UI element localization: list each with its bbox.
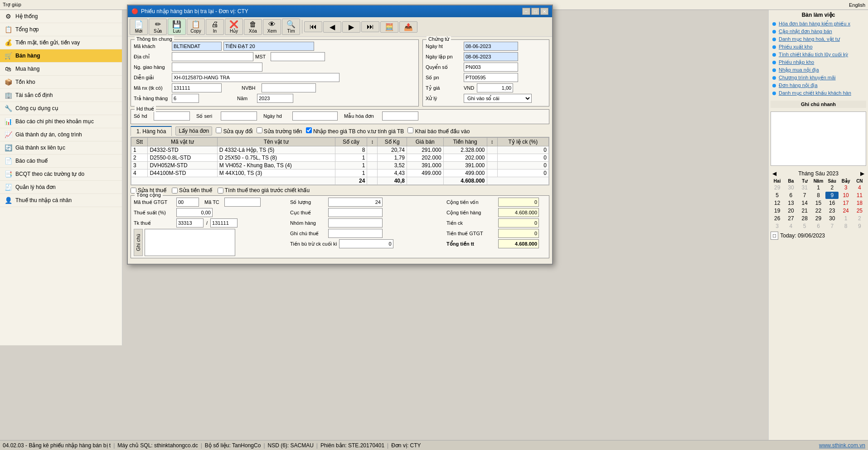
right-panel-item-1[interactable]: Cập nhật đơn hàng bán <box>771 28 866 35</box>
right-panel-item-3[interactable]: Phiếu xuất kho <box>771 43 866 51</box>
sidebar-item-bao-cao-thue[interactable]: 📄 Báo cáo thuế <box>0 155 122 168</box>
btn-nav-last[interactable]: ⏭ <box>361 21 379 32</box>
sidebar-item-thue-tncn[interactable]: 👤 Thuế thu nhập cá nhân <box>0 194 122 207</box>
btn-nav-first[interactable]: ⏮ <box>304 21 322 32</box>
cal-day-4[interactable]: 4 <box>853 184 866 191</box>
sidebar-item-tong-hop[interactable]: 📋 Tổng hợp <box>0 23 122 36</box>
ng-giao-hang-input[interactable] <box>172 63 262 72</box>
so-luong-input[interactable] <box>328 198 383 207</box>
cal-day-14[interactable]: 14 <box>798 199 811 207</box>
ma-tc-input[interactable] <box>224 198 261 207</box>
right-panel-item-9[interactable]: Danh mục chiết khấu khách hàn <box>771 89 866 97</box>
cal-day-1[interactable]: 1 <box>812 184 825 191</box>
checkbox-sua-truong-tien[interactable]: Sửa trường tiền <box>257 127 302 135</box>
nam-input[interactable] <box>257 94 293 103</box>
cal-day-13[interactable]: 13 <box>784 199 797 207</box>
mau-hoa-don-input[interactable] <box>382 111 418 121</box>
so-seri-input[interactable] <box>221 111 257 121</box>
cal-day-9-next[interactable]: 9 <box>853 223 866 230</box>
cal-day-9[interactable]: 9 <box>825 192 839 199</box>
sidebar-item-ban-hang[interactable]: 🛒 Bán hàng <box>0 49 122 63</box>
so-pn-input[interactable] <box>464 73 518 82</box>
tong-tien-tt-input[interactable] <box>498 239 539 248</box>
right-panel-item-8[interactable]: Đơn hàng nội địa <box>771 82 866 89</box>
btn-moi[interactable]: 📄 Mới <box>130 19 148 35</box>
cal-day-6-next[interactable]: 6 <box>812 223 825 230</box>
sua-tien-thue-checkbox[interactable] <box>172 188 178 194</box>
quyen-so-input[interactable] <box>464 63 518 72</box>
checkbox-khai-bao-thue[interactable]: Khai báo thuế đầu vào <box>407 127 470 135</box>
sidebar-item-he-thong[interactable]: ⚙ Hệ thống <box>0 10 122 23</box>
cal-prev-btn[interactable]: ◀ <box>771 170 778 177</box>
cal-day-7[interactable]: 7 <box>798 192 811 199</box>
right-panel-item-4[interactable]: Tính chiết khấu tích lũy cuối kỳ <box>771 51 866 58</box>
cal-day-18[interactable]: 18 <box>853 199 866 207</box>
website-link[interactable]: www.sthink.com.vn <box>819 442 865 449</box>
cal-day-27[interactable]: 27 <box>784 215 797 222</box>
table-row[interactable]: 4 D44100M-STD M 44X100, TS (3) 1 4,43 49… <box>131 169 549 177</box>
tinh-thue-checkbox[interactable] <box>218 188 223 194</box>
tra-hang-thang-input[interactable] <box>172 94 199 103</box>
tab-hang-hoa[interactable]: 1. Hàng hóa <box>131 126 172 136</box>
btn-tim[interactable]: 🔍 Tìm <box>282 19 300 35</box>
cal-day-21[interactable]: 21 <box>798 207 811 214</box>
btn-nav-next[interactable]: ▶ <box>342 21 360 33</box>
cal-day-6[interactable]: 6 <box>784 192 797 199</box>
cal-day-8[interactable]: 8 <box>812 192 825 199</box>
cal-day-28[interactable]: 28 <box>798 215 811 222</box>
cal-day-20[interactable]: 20 <box>784 207 797 214</box>
cal-day-31-5[interactable]: 31 <box>798 184 811 191</box>
btn-luu[interactable]: 💾 Lưu <box>168 19 186 35</box>
cal-day-8-next[interactable]: 8 <box>839 223 852 230</box>
cal-day-2-next[interactable]: 2 <box>853 215 866 222</box>
checkbox-sua-quy-doi[interactable]: Sửa quy đổi <box>216 127 252 135</box>
btn-huy[interactable]: ❌ Hủy <box>225 19 243 35</box>
table-row[interactable]: 2 D2550-0.8L-STD D 25X50 - 0.75L, TS (8)… <box>131 154 549 162</box>
cong-tien-hang-input[interactable] <box>498 208 539 217</box>
ngay-ht-input[interactable] <box>464 42 518 51</box>
sidebar-item-gia-thanh-sx[interactable]: 🔄 Giá thành sx liên tục <box>0 141 122 155</box>
cal-day-19[interactable]: 19 <box>771 207 784 214</box>
khach-name-input[interactable] <box>223 42 314 51</box>
cong-tien-von-input[interactable] <box>498 198 539 207</box>
ma-khach-input[interactable] <box>172 42 222 51</box>
cal-day-5[interactable]: 5 <box>771 192 784 199</box>
cal-day-29[interactable]: 29 <box>812 215 825 222</box>
right-panel-item-0[interactable]: Hóa đơn bán hàng kiểm phiếu x <box>771 20 866 28</box>
dialog-minimize-btn[interactable]: − <box>522 8 530 15</box>
ty-gia-input[interactable] <box>477 83 513 92</box>
ghi-chu-thue-input[interactable] <box>328 229 383 238</box>
khai-bao-thue-checkbox[interactable] <box>407 127 413 133</box>
sidebar-item-ton-kho[interactable]: 📦 Tồn kho <box>0 76 122 89</box>
btn-nav-prev[interactable]: ◀ <box>323 21 341 33</box>
cal-day-10[interactable]: 10 <box>839 192 852 199</box>
checkbox-tinh-thue[interactable]: Tính thuế theo giá trước chiết khấu <box>218 187 310 194</box>
sidebar-item-tien-mat[interactable]: 💰 Tiền mặt, tiền gửi, tiền vay <box>0 36 122 49</box>
mst-input[interactable] <box>271 52 325 61</box>
cal-day-29-5[interactable]: 29 <box>771 184 784 191</box>
tien-bu-tru-input[interactable] <box>339 239 393 248</box>
dialog-close-btn[interactable]: ✕ <box>540 8 548 15</box>
cal-day-30[interactable]: 30 <box>825 215 839 222</box>
sidebar-item-bao-cao-chi-phi[interactable]: 📊 Báo cáo chi phí theo khoản mục <box>0 115 122 128</box>
btn-copy[interactable]: 📋 Copy <box>187 19 205 35</box>
sidebar-item-mua-hang[interactable]: 🛍 Mua hàng <box>0 63 122 76</box>
ngay-lap-pn-input[interactable] <box>464 52 518 61</box>
btn-export[interactable]: 📤 <box>399 21 417 33</box>
cal-day-24[interactable]: 24 <box>839 207 852 214</box>
nhap-theo-gia-tb-checkbox[interactable] <box>306 127 312 133</box>
table-row[interactable]: 3 DVH052M-STD M VH052 - Khung Bao, TS (4… <box>131 162 549 169</box>
cal-day-2[interactable]: 2 <box>825 184 839 191</box>
table-row[interactable]: 1 D4332-STD D 4332-Lá Hộp, TS (5) 8 20,7… <box>131 146 549 154</box>
sua-quy-doi-checkbox[interactable] <box>216 127 222 133</box>
checkbox-nhap-theo-gia-tb[interactable]: Nhập theo giá TB cho v.tư tính giá TB <box>306 127 404 135</box>
sidebar-item-quan-ly-hoa-don[interactable]: 🧾 Quản lý hóa đơn <box>0 181 122 194</box>
cal-day-25[interactable]: 25 <box>853 207 866 214</box>
sidebar-item-gia-thanh-du-an[interactable]: 📈 Giá thành dự án, công trình <box>0 128 122 141</box>
cal-day-15[interactable]: 15 <box>812 199 825 207</box>
sidebar-item-bcqt[interactable]: 📑 BCQT theo các trường tự do <box>0 168 122 181</box>
ngay-hd-input[interactable] <box>292 111 338 121</box>
right-panel-item-7[interactable]: Chương trình khuyến mãi <box>771 74 866 82</box>
dia-chi-input[interactable] <box>172 52 253 61</box>
btn-sua[interactable]: ✏ Sửa <box>149 19 167 35</box>
